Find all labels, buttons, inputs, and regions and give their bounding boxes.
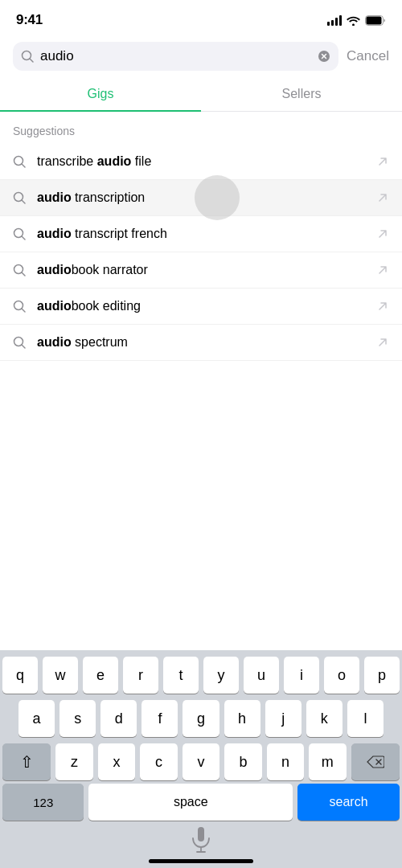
suggestion-text-5: audiobook editing (37, 299, 376, 313)
clear-icon[interactable] (318, 50, 330, 63)
suggestion-item[interactable]: audio spectrum (0, 325, 402, 361)
key-c[interactable]: c (140, 743, 177, 780)
suggestion-item[interactable]: audio transcription (0, 180, 402, 216)
key-e[interactable]: e (83, 657, 118, 694)
suggestion-item[interactable]: audiobook narrator (0, 252, 402, 289)
suggestion-text-2: audio transcription (37, 190, 376, 205)
key-u[interactable]: u (244, 657, 279, 694)
key-r[interactable]: r (123, 657, 158, 694)
suggestion-arrow-4 (376, 264, 389, 276)
svg-line-12 (22, 236, 25, 240)
cancel-button[interactable]: Cancel (347, 48, 389, 64)
keyboard: q w e r t y u i o p a s d f g h j k l ⇧ … (0, 650, 402, 868)
suggestion-text-6: audio spectrum (37, 335, 376, 350)
delete-key[interactable] (351, 743, 400, 780)
key-w[interactable]: w (43, 657, 78, 694)
key-k[interactable]: k (306, 700, 343, 737)
suggestion-text-4: audiobook narrator (37, 263, 376, 277)
key-q[interactable]: q (2, 657, 38, 694)
suggestions-label: Suggestions (0, 112, 402, 144)
search-bar-container: Cancel (0, 35, 402, 77)
suggestion-arrow-6 (376, 336, 389, 349)
keyboard-bottom-row: 123 space search (2, 784, 400, 821)
suggestion-arrow-3 (376, 227, 389, 240)
suggestion-search-icon-3 (13, 227, 26, 240)
key-b[interactable]: b (224, 743, 261, 780)
suggestion-arrow-2 (376, 191, 389, 204)
home-indicator (149, 859, 253, 863)
battery-icon (365, 15, 386, 26)
key-f[interactable]: f (142, 700, 178, 737)
svg-line-18 (22, 345, 25, 348)
suggestion-search-icon-1 (13, 155, 26, 168)
key-m[interactable]: m (309, 743, 346, 780)
key-g[interactable]: g (183, 700, 219, 737)
suggestions-list: transcribe audio file audio transcriptio… (0, 144, 402, 361)
suggestion-arrow-1 (376, 155, 389, 168)
key-x[interactable]: x (98, 743, 135, 780)
search-input-wrapper[interactable] (13, 42, 338, 71)
suggestion-item[interactable]: audio transcript french (0, 216, 402, 252)
key-i[interactable]: i (284, 657, 319, 694)
key-l[interactable]: l (347, 700, 384, 737)
suggestion-arrow-5 (376, 300, 389, 313)
svg-line-16 (22, 309, 25, 312)
key-y[interactable]: y (203, 657, 239, 694)
suggestion-text-3: audio transcript french (37, 227, 376, 241)
key-t[interactable]: t (163, 657, 199, 694)
key-s[interactable]: s (59, 700, 96, 737)
svg-line-8 (22, 164, 25, 167)
tab-sellers[interactable]: Sellers (201, 77, 402, 111)
key-p[interactable]: p (364, 657, 400, 694)
suggestion-search-icon-4 (13, 264, 26, 276)
key-h[interactable]: h (224, 700, 260, 737)
mic-row (2, 824, 400, 854)
key-n[interactable]: n (267, 743, 304, 780)
tab-gigs[interactable]: Gigs (0, 77, 201, 111)
suggestion-search-icon-2 (13, 191, 26, 204)
suggestion-item[interactable]: transcribe audio file (0, 144, 402, 180)
keyboard-row-1: q w e r t y u i o p (2, 657, 400, 694)
svg-rect-1 (367, 16, 382, 24)
key-o[interactable]: o (324, 657, 359, 694)
search-input[interactable] (40, 48, 311, 64)
keyboard-row-3: ⇧ z x c v b n m (2, 743, 400, 780)
mic-icon (191, 827, 211, 853)
suggestion-search-icon-5 (13, 300, 26, 313)
svg-line-10 (22, 200, 25, 203)
wifi-icon (347, 15, 360, 26)
signal-icon (327, 14, 342, 26)
search-icon (21, 50, 34, 63)
svg-rect-21 (198, 827, 204, 841)
suggestion-text-1: transcribe audio file (37, 154, 376, 169)
suggestion-item[interactable]: audiobook editing (0, 289, 402, 325)
space-key[interactable]: space (88, 784, 293, 821)
status-icons (327, 14, 386, 26)
key-v[interactable]: v (183, 743, 219, 780)
search-key[interactable]: search (297, 784, 400, 821)
key-a[interactable]: a (18, 700, 55, 737)
key-d[interactable]: d (100, 700, 137, 737)
svg-line-14 (22, 272, 25, 276)
svg-line-3 (30, 59, 33, 62)
keyboard-row-2: a s d f g h j k l (2, 700, 400, 737)
key-j[interactable]: j (265, 700, 302, 737)
tabs-container: Gigs Sellers (0, 77, 402, 112)
status-bar: 9:41 (0, 0, 402, 35)
number-key[interactable]: 123 (2, 784, 84, 821)
shift-key[interactable]: ⇧ (2, 743, 51, 780)
status-time: 9:41 (16, 12, 43, 28)
key-z[interactable]: z (55, 743, 92, 780)
suggestion-search-icon-6 (13, 336, 26, 349)
